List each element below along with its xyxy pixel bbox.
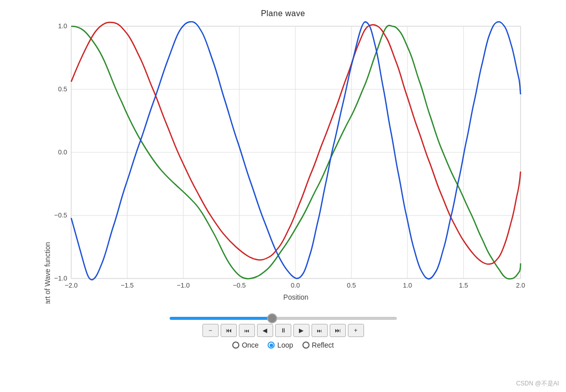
skip-to-start-button[interactable]: ⏮ xyxy=(221,324,237,337)
animation-slider[interactable] xyxy=(170,317,397,320)
svg-text:−0.5: −0.5 xyxy=(54,211,67,219)
svg-text:Position: Position xyxy=(283,293,308,301)
once-radio[interactable] xyxy=(232,342,239,349)
chart-svg-container: 1.0 0.5 0.0 −0.5 −1.0 −2.0 −1.5 −1.0 −0.… xyxy=(36,21,531,309)
minus-button[interactable]: − xyxy=(202,324,219,337)
loop-label: Loop xyxy=(277,341,293,349)
main-container: Plane wave xyxy=(0,0,566,392)
svg-text:−1.0: −1.0 xyxy=(177,282,190,289)
loop-radio[interactable] xyxy=(268,342,275,349)
svg-text:0.0: 0.0 xyxy=(58,148,67,156)
watermark: CSDN @不是AI xyxy=(516,379,559,388)
svg-text:2.0: 2.0 xyxy=(516,282,525,289)
reflect-label: Reflect xyxy=(312,341,334,349)
svg-text:−1.5: −1.5 xyxy=(121,282,134,289)
prev-frame-button[interactable]: ⏮ xyxy=(239,324,255,337)
svg-text:0.5: 0.5 xyxy=(58,85,67,93)
step-back-button[interactable]: ◀ xyxy=(257,324,273,337)
wave-chart: 1.0 0.5 0.0 −0.5 −1.0 −2.0 −1.5 −1.0 −0.… xyxy=(36,21,531,304)
svg-text:0.0: 0.0 xyxy=(290,282,299,289)
pause-button[interactable]: ⏸ xyxy=(275,324,291,337)
skip-to-end-button[interactable]: ⏭ xyxy=(330,324,346,337)
controls-area: − ⏮ ⏮ ◀ ⏸ ▶ ⏭ ⏭ + Once Loop Reflect xyxy=(170,317,397,349)
plus-button[interactable]: + xyxy=(348,324,364,337)
svg-text:Real part of Wave function: Real part of Wave function xyxy=(43,242,52,304)
svg-text:1.0: 1.0 xyxy=(402,282,411,289)
svg-text:−2.0: −2.0 xyxy=(65,282,78,289)
svg-text:1.0: 1.0 xyxy=(58,22,67,30)
svg-text:−1.0: −1.0 xyxy=(54,274,67,282)
playback-mode: Once Loop Reflect xyxy=(232,341,334,349)
once-option[interactable]: Once xyxy=(232,341,259,349)
slider-container xyxy=(170,317,397,320)
chart-area: Plane wave xyxy=(36,9,531,312)
step-fwd-button[interactable]: ⏭ xyxy=(312,324,328,337)
svg-text:−0.5: −0.5 xyxy=(233,282,246,289)
svg-text:1.5: 1.5 xyxy=(458,282,468,289)
loop-option[interactable]: Loop xyxy=(268,341,293,349)
chart-title: Plane wave xyxy=(36,9,531,18)
transport-buttons: − ⏮ ⏮ ◀ ⏸ ▶ ⏭ ⏭ + xyxy=(202,324,364,337)
play-button[interactable]: ▶ xyxy=(293,324,310,337)
svg-text:0.5: 0.5 xyxy=(346,282,355,289)
once-label: Once xyxy=(242,341,259,349)
reflect-radio[interactable] xyxy=(302,342,310,349)
reflect-option[interactable]: Reflect xyxy=(302,341,334,349)
